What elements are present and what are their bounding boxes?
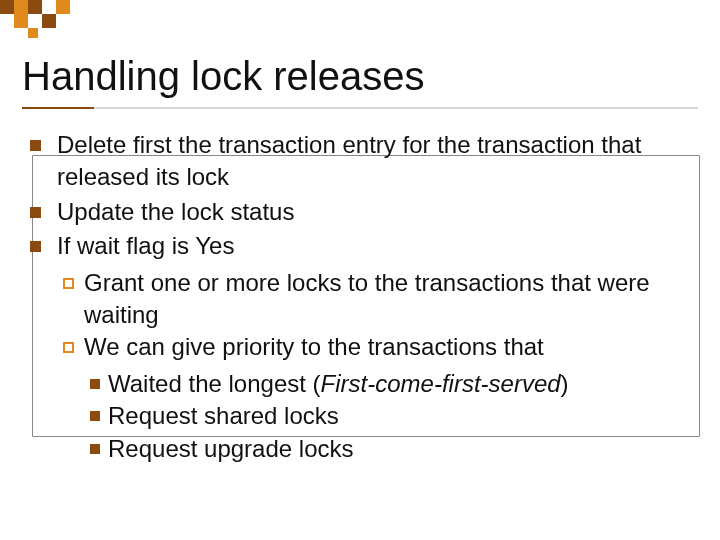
square-bullet-icon	[30, 207, 41, 218]
text-part: Waited the longest (	[108, 370, 321, 397]
list-item: Request upgrade locks	[84, 433, 569, 465]
hollow-square-bullet-icon	[63, 278, 74, 289]
list-item: Request shared locks	[84, 400, 569, 432]
bullet-text: If wait flag is Yes Grant one or more lo…	[57, 230, 698, 465]
text-part: )	[561, 370, 569, 397]
text-italic: First-come-first-served	[321, 370, 561, 397]
list-item: Update the lock status	[22, 196, 698, 228]
list-item: We can give priority to the transactions…	[57, 331, 698, 465]
square-bullet-icon	[30, 241, 41, 252]
list-item: Grant one or more locks to the transacti…	[57, 267, 698, 332]
bullet-text-line: We can give priority to the transactions…	[84, 333, 544, 360]
list-item: If wait flag is Yes Grant one or more lo…	[22, 230, 698, 465]
bullet-text: We can give priority to the transactions…	[84, 331, 569, 465]
corner-decoration	[0, 0, 140, 44]
list-item: Delete first the transaction entry for t…	[22, 129, 698, 194]
bullet-list: Delete first the transaction entry for t…	[22, 129, 698, 465]
bullet-text: Request upgrade locks	[108, 433, 353, 465]
sub-list: Grant one or more locks to the transacti…	[57, 267, 698, 465]
small-square-bullet-icon	[90, 411, 100, 421]
list-item: Waited the longest (First-come-first-ser…	[84, 368, 569, 400]
bullet-text: Update the lock status	[57, 196, 698, 228]
hollow-square-bullet-icon	[63, 342, 74, 353]
sub-sub-list: Waited the longest (First-come-first-ser…	[84, 368, 569, 465]
bullet-text: Delete first the transaction entry for t…	[57, 129, 698, 194]
bullet-text-line: If wait flag is Yes	[57, 232, 234, 259]
small-square-bullet-icon	[90, 379, 100, 389]
bullet-text: Request shared locks	[108, 400, 339, 432]
bullet-text: Grant one or more locks to the transacti…	[84, 267, 698, 332]
bullet-text: Waited the longest (First-come-first-ser…	[108, 368, 569, 400]
square-bullet-icon	[30, 140, 41, 151]
small-square-bullet-icon	[90, 444, 100, 454]
slide-title: Handling lock releases	[22, 54, 698, 99]
